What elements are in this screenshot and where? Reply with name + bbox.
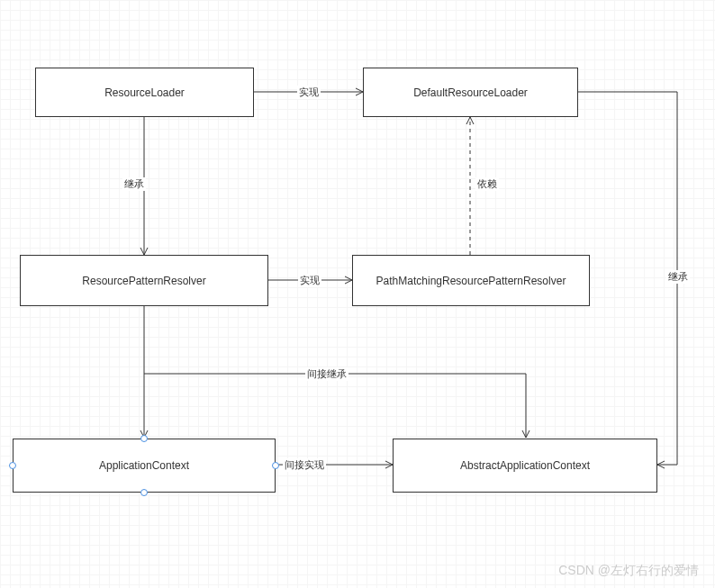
node-label: PathMatchingResourcePatternResolver — [376, 275, 566, 287]
node-label: ApplicationContext — [99, 459, 189, 472]
node-path-matching-resolver[interactable]: PathMatchingResourcePatternResolver — [352, 255, 590, 306]
node-label: ResourcePatternResolver — [82, 275, 205, 287]
port-left[interactable] — [9, 462, 16, 469]
port-top[interactable] — [140, 435, 148, 442]
watermark: CSDN @左灯右行的爱情 — [558, 563, 699, 579]
node-abstract-application-context[interactable]: AbstractApplicationContext — [393, 439, 657, 493]
node-resource-loader[interactable]: ResourceLoader — [35, 68, 254, 117]
edge-label-inherit1: 继承 — [122, 177, 146, 191]
edge-label-implement2: 实现 — [298, 274, 321, 287]
edge-label-implement1: 实现 — [297, 86, 321, 99]
node-application-context[interactable]: ApplicationContext — [13, 439, 276, 493]
edge-label-inherit2: 继承 — [666, 270, 690, 284]
node-default-resource-loader[interactable]: DefaultResourceLoader — [363, 68, 578, 117]
node-label: AbstractApplicationContext — [460, 459, 590, 472]
node-label: DefaultResourceLoader — [413, 86, 528, 99]
node-label: ResourceLoader — [104, 86, 185, 99]
edge-label-indirect-inherit: 间接继承 — [305, 367, 348, 381]
port-bottom[interactable] — [140, 489, 148, 496]
node-resource-pattern-resolver[interactable]: ResourcePatternResolver — [20, 255, 268, 306]
edge-label-depend: 依赖 — [475, 177, 499, 191]
edge-label-indirect-implement: 间接实现 — [283, 458, 326, 472]
port-right[interactable] — [272, 462, 279, 469]
